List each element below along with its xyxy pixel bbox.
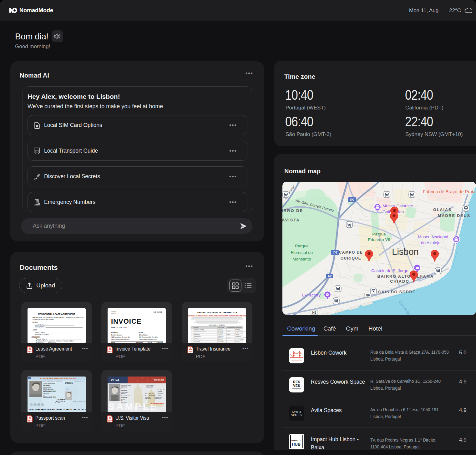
svg-text:Castelo de S. Jorge: Castelo de S. Jorge xyxy=(371,268,408,273)
svg-text:Given Name: Given Name xyxy=(121,392,128,393)
svg-text:Hospital benefit: Hospital benefit xyxy=(194,334,200,335)
svg-text:KONINKRIJK DER NEDERLANDEN: KONINKRIJK DER NEDERLANDEN xyxy=(40,377,76,380)
svg-text:Fábrica de Braço de Prata: Fábrica de Braço de Prata xyxy=(423,189,476,194)
svg-text:IRRO DE: IRRO DE xyxy=(282,208,303,213)
svg-text:PDF: PDF xyxy=(108,420,112,422)
svg-text:Tenant's Name:: Tenant's Name: xyxy=(35,332,45,333)
svg-text:Landlord: Landlord xyxy=(33,321,38,323)
svg-text:CAMPO DE: CAMPO DE xyxy=(339,250,363,255)
svg-text:Passport Number: Passport Number xyxy=(121,395,130,397)
svg-text:Date: 02 June, 2030: Date: 02 June, 2030 xyxy=(111,326,127,328)
svg-text:LOGO: LOGO xyxy=(111,313,116,315)
svg-text:Expiration Date: Expiration Date xyxy=(154,397,162,398)
svg-text:PDF: PDF xyxy=(108,351,112,353)
svg-text:IMPACT: IMPACT xyxy=(291,439,301,442)
svg-text:50 PLN: 50 PLN xyxy=(227,334,230,335)
svg-text:BAIRRO ALTO: BAIRRO ALTO xyxy=(377,274,411,279)
svg-text:e/v Molenaar: e/v Molenaar xyxy=(43,387,51,388)
svg-text:Landlord's Name:: Landlord's Name: xyxy=(35,324,46,326)
svg-text:Florestal de: Florestal de xyxy=(291,250,313,255)
svg-text:M: M xyxy=(145,395,146,396)
svg-text:1. THE PARTIES. This Residen: 1. THE PARTIES. This Residential Lease A… xyxy=(31,317,84,318)
svg-text:IP7: IP7 xyxy=(350,198,354,202)
svg-text:Personal liability: Personal liability xyxy=(194,341,200,342)
svg-text:BANGKOK: BANGKOK xyxy=(121,387,127,388)
svg-text:De Bruijn: De Bruijn xyxy=(43,385,50,386)
svg-text:Excess/deductible: Excess/deductible xyxy=(227,327,235,328)
svg-text:do Azulejo: do Azulejo xyxy=(421,240,440,245)
svg-text:V/F: V/F xyxy=(43,394,45,396)
svg-text:AVISTA: AVISTA xyxy=(282,218,300,222)
svg-text:PDF: PDF xyxy=(28,351,32,353)
svg-text:1,000 PLN: 1,000 PLN xyxy=(218,334,222,335)
svg-text:7,500 PLN: 7,500 PLN xyxy=(218,329,222,330)
svg-text:Description: Description xyxy=(194,327,199,328)
svg-text:N6: N6 xyxy=(366,294,370,297)
svg-text:Surname: Surname xyxy=(121,388,126,390)
svg-text:Estelle Shadow: Estelle Shadow xyxy=(111,334,122,336)
svg-text:Money and documents: Money and documents xyxy=(194,339,203,341)
svg-text:5,000 PLN: 5,000 PLN xyxy=(218,337,222,339)
svg-text:Single article limit 1,500 PLN: Single article limit 1,500 PLN xyxy=(235,337,246,339)
svg-text:CHIADO: CHIADO xyxy=(390,279,409,284)
svg-text:2. PROPERTY.: 2. PROPERTY. xyxy=(31,336,40,338)
svg-text:Additional info: Additional info xyxy=(235,327,242,328)
svg-text:Museu Nacional: Museu Nacional xyxy=(418,235,448,239)
svg-text:21MAY2033: 21MAY2033 xyxy=(154,398,161,400)
svg-text:IP7: IP7 xyxy=(332,251,337,255)
svg-text:KINGDOM OF THE: KINGDOM OF THE xyxy=(74,381,84,382)
svg-text:SPECIMEN: SPECIMEN xyxy=(65,382,73,384)
svg-text:Sex: Sex xyxy=(145,393,147,394)
svg-text:150 PLN: 150 PLN xyxy=(227,331,230,332)
svg-text:Per 24hrs: Per 24hrs xyxy=(235,334,240,335)
svg-text:Visa Type (Class: Visa Type (Class xyxy=(158,389,166,391)
svg-text:OURIQUE: OURIQUE xyxy=(341,256,362,260)
svg-text:OLAIAS: OLAIAS xyxy=(433,208,452,212)
svg-text:LEFEBVRE: LEFEBVRE xyxy=(121,390,128,391)
svg-text:hello@reallygreatsite.com: hello@reallygreatsite.com xyxy=(139,338,157,340)
svg-text:Parque: Parque xyxy=(295,244,309,248)
svg-text:50 000 PLN: 50 000 PLN xyxy=(218,332,223,334)
svg-text:PDF: PDF xyxy=(28,420,32,422)
svg-text:P<NLDDE<BRUIJN<<WILLEKE<LISELO: P<NLDDE<BRUIJN<<WILLEKE<LISELOTTE<<<<<<<… xyxy=(29,408,86,411)
svg-text:Eduardo VII: Eduardo VII xyxy=(368,237,390,242)
svg-text:Control Number: Control Number xyxy=(146,385,154,386)
svg-text:Issuing Post Name: Issuing Post Name xyxy=(121,385,131,386)
svg-text:undersigned date by and betwee: undersigned date by and between: xyxy=(33,319,55,320)
svg-text:R B1/B2: R B1/B2 xyxy=(158,391,162,392)
svg-text:05 MAA/MAR 2014: 05 MAA/MAR 2014 xyxy=(43,397,56,398)
svg-text:Birth Date: Birth Date xyxy=(149,393,154,394)
svg-text:Medical & repatriation expense: Medical & repatriation expenses xyxy=(194,331,206,332)
svg-text:Incl. Covid-19 cover as per po: Incl. Covid-19 cover as per policy xyxy=(235,331,246,332)
svg-text:Nationality: Nationality xyxy=(158,393,163,394)
svg-text:hello@reallygreatsite.com: hello@reallygreatsite.com xyxy=(111,338,129,340)
svg-text:Entries: Entries xyxy=(121,399,125,400)
svg-text:00000000000: 00000000000 xyxy=(146,387,153,388)
svg-text:123 Anywhere St., Any City: 123 Anywhere St., Any City xyxy=(139,336,158,338)
svg-text:Mailing Address:: Mailing Address: xyxy=(35,326,46,328)
svg-text:Burg. van Stad en Dorp: Burg. van Stad en Dorp xyxy=(73,400,86,402)
svg-text:SCHEDULE OF BENEFITS: SCHEDULE OF BENEFITS xyxy=(209,324,225,326)
svg-text:E00000000: E00000000 xyxy=(151,402,164,405)
svg-text:Lisbon-cowork.com: Lisbon-cowork.com xyxy=(291,360,302,361)
svg-text:HUB: HUB xyxy=(292,442,301,447)
svg-text:N6: N6 xyxy=(312,311,316,314)
svg-text:Legal costs: Legal costs xyxy=(194,332,198,334)
svg-text:Billed to:: Billed to: xyxy=(111,331,119,333)
svg-text:A2: A2 xyxy=(328,275,332,278)
svg-text:Parque: Parque xyxy=(372,232,386,236)
svg-text:100 PLN: 100 PLN xyxy=(227,337,230,339)
svg-text:1,75 m: 1,75 m xyxy=(66,389,70,391)
svg-text:1 500 000 PLN: 1 500 000 PLN xyxy=(218,341,224,342)
svg-text:Per policy: Per policy xyxy=(235,341,240,342)
svg-text:W. de Bruijn: W. de Bruijn xyxy=(56,401,62,402)
svg-text:SPECIMEN: SPECIMEN xyxy=(148,407,155,408)
svg-text:Per Person up to the limits sh: Per Person up to the limits shown xyxy=(235,332,246,334)
svg-text:From:: From: xyxy=(139,331,144,333)
svg-text:Tenant: Tenant xyxy=(33,329,37,331)
svg-text:Museu Calouste: Museu Calouste xyxy=(382,204,413,208)
svg-text:VÉS: VÉS xyxy=(293,384,300,387)
svg-text:123 Anywhere St., Any City: 123 Anywhere St., Any City xyxy=(111,336,130,338)
svg-text:PDF: PDF xyxy=(189,351,192,353)
svg-text:10 MAA/MAR 1965: 10 MAA/MAR 1965 xyxy=(43,391,56,392)
